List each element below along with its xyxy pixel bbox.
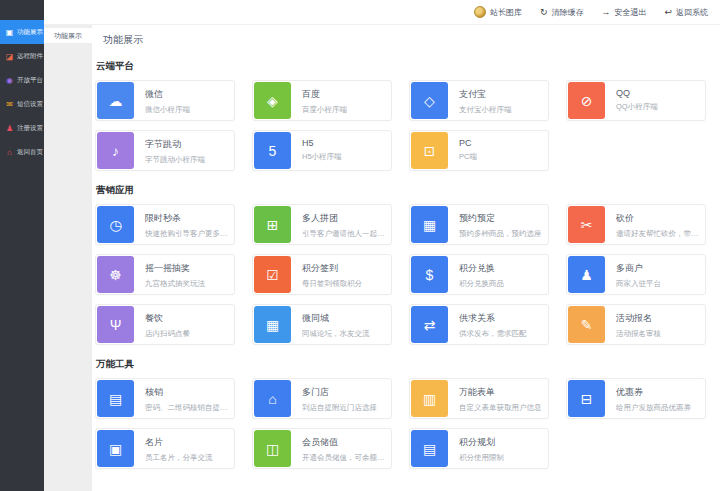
card-subtitle: 引导客户邀请他人一起购买 (302, 229, 391, 239)
feature-card[interactable]: ✂ 砍价 邀请好友帮忙砍价，带动新客 (566, 204, 706, 245)
user-menu[interactable]: 站长图库 (474, 6, 522, 18)
sidebar-item[interactable]: ✉ 短信设置 (0, 92, 44, 116)
feature-card[interactable]: ◇ 支付宝 支付宝小程序端 (409, 80, 549, 121)
feature-section: 营销应用 ◷ 限时秒杀 快速抢购引导客户更多消费 ⊞ 多人拼团 引导客户邀请他人… (95, 184, 706, 345)
card-title: 积分兑换 (459, 262, 504, 275)
feature-card[interactable]: Ψ 餐饮 店内扫码点餐 (95, 304, 235, 345)
card-subtitle: 微信小程序端 (145, 105, 190, 115)
card-subtitle: 给用户发放商品优惠券 (616, 403, 691, 413)
feature-card[interactable]: 5 H5 H5小程序端 (252, 130, 392, 171)
pc-icon: ⊡ (411, 132, 448, 169)
feature-card[interactable]: ☑ 积分签到 每日签到领取积分 (252, 254, 392, 295)
sidebar-item-label: 返回首页 (17, 148, 43, 157)
card-subtitle: 快速抢购引导客户更多消费 (145, 229, 234, 239)
coin-icon: $ (411, 256, 448, 293)
feature-card[interactable]: ⊞ 多人拼团 引导客户邀请他人一起购买 (252, 204, 392, 245)
card-title: 摇一摇抽奖 (145, 262, 205, 275)
card-title: 预约预定 (459, 212, 542, 225)
back-arrow-icon: ↩ (664, 7, 672, 17)
logout-icon: → (601, 7, 610, 17)
card-subtitle: H5小程序端 (302, 152, 342, 162)
feature-card[interactable]: ◷ 限时秒杀 快速抢购引导客户更多消费 (95, 204, 235, 245)
wallet-icon: ◫ (254, 430, 291, 467)
ticket-icon: ⊟ (568, 380, 605, 417)
tab-feature-display[interactable]: 功能展示 (44, 28, 92, 43)
pencil-form-icon: ✎ (568, 306, 605, 343)
main-content: 功能展示 云端平台 ☁ 微信 微信小程序端 ◈ 百度 百度小程序端 ◇ 支付宝 … (92, 25, 720, 491)
verify-cards-icon: ▤ (97, 380, 134, 417)
card-subtitle: 密码、二维码核销自提订单 (145, 403, 234, 413)
topbar-action[interactable]: ↻ 清除缓存 (540, 7, 584, 18)
username: 站长图库 (490, 7, 522, 18)
topbar-action[interactable]: → 安全退出 (601, 7, 646, 18)
card-title: 百度 (302, 88, 347, 101)
card-subtitle: 开通会员储值，可余额支付 (302, 453, 391, 463)
sidebar-item[interactable]: ◉ 开放平台 (0, 68, 44, 92)
card-subtitle: 预约多种商品，预约选座 (459, 229, 542, 239)
sms-icon: ✉ (5, 100, 14, 109)
sections-container: 云端平台 ☁ 微信 微信小程序端 ◈ 百度 百度小程序端 ◇ 支付宝 支付宝小程… (95, 60, 706, 469)
card-title: 积分规划 (459, 436, 504, 449)
feature-card[interactable]: ▦ 预约预定 预约多种商品，预约选座 (409, 204, 549, 245)
card-title: PC (459, 138, 477, 148)
feature-card[interactable]: ▦ 微同城 同城论坛，水友交流 (252, 304, 392, 345)
monitor-icon: ▣ (5, 28, 14, 37)
card-title: 支付宝 (459, 88, 512, 101)
topbar: 站长图库 ↻ 清除缓存 → 安全退出 ↩ 返回系统 (44, 0, 720, 25)
feature-card[interactable]: ⊡ PC PC端 (409, 130, 549, 171)
feature-card[interactable]: ◫ 会员储值 开通会员储值，可余额支付 (252, 428, 392, 469)
right-pane: 站长图库 ↻ 清除缓存 → 安全退出 ↩ 返回系统 功能展示 功能展示 云端平台… (44, 0, 720, 491)
baidu-icon: ◈ (254, 82, 291, 119)
feature-card[interactable]: ⊘ QQ QQ小程序端 (566, 80, 706, 121)
sidebar-item-label: 开放平台 (17, 76, 43, 85)
feature-card[interactable]: ⌂ 多门店 到店自提附近门店选择 (252, 378, 392, 419)
sidebar-item[interactable]: ♟ 注册设置 (0, 116, 44, 140)
sidebar-menu: ▣ 功能展示 ◪ 远程附件 ◉ 开放平台 ✉ 短信设置 ♟ 注册设置 ⌂ 返回首… (0, 20, 44, 164)
feature-card[interactable]: ♟ 多商户 商家入驻平台 (566, 254, 706, 295)
sidebar-item-label: 远程附件 (17, 52, 43, 61)
feature-card[interactable]: ☸ 摇一摇抽奖 九宫格式抽奖玩法 (95, 254, 235, 295)
feature-card[interactable]: ▣ 名片 员工名片，分享交流 (95, 428, 235, 469)
topbar-action[interactable]: ↩ 返回系统 (664, 7, 708, 18)
alarm-clock-icon: ◷ (97, 206, 134, 243)
topbar-action-label: 安全退出 (614, 7, 646, 18)
gift-icon: ⊞ (254, 206, 291, 243)
card-subtitle: PC端 (459, 152, 477, 162)
feature-card[interactable]: ⊟ 优惠券 给用户发放商品优惠券 (566, 378, 706, 419)
refresh-icon: ↻ (540, 7, 548, 17)
feature-card[interactable]: ⇄ 供求关系 供求发布，需求匹配 (409, 304, 549, 345)
sidebar-item[interactable]: ▣ 功能展示 (0, 20, 44, 44)
card-subtitle: 积分兑换商品 (459, 279, 504, 289)
sidebar-item[interactable]: ⌂ 返回首页 (0, 140, 44, 164)
card-title: 多门店 (302, 386, 377, 399)
sidebar-item[interactable]: ◪ 远程附件 (0, 44, 44, 68)
id-card-icon: ▣ (97, 430, 134, 467)
card-title: 字节跳动 (145, 138, 205, 151)
cutlery-icon: Ψ (97, 306, 134, 343)
card-grid: ◷ 限时秒杀 快速抢购引导客户更多消费 ⊞ 多人拼团 引导客户邀请他人一起购买 … (95, 204, 706, 345)
card-subtitle: 九宫格式抽奖玩法 (145, 279, 205, 289)
feature-card[interactable]: ☁ 微信 微信小程序端 (95, 80, 235, 121)
feature-card[interactable]: ✎ 活动报名 活动报名审核 (566, 304, 706, 345)
feature-card[interactable]: ◈ 百度 百度小程序端 (252, 80, 392, 121)
card-subtitle: 到店自提附近门店选择 (302, 403, 377, 413)
avatar[interactable] (474, 6, 486, 18)
feature-card[interactable]: ▥ 万能表单 自定义表单获取用户信息 (409, 378, 549, 419)
topbar-action-label: 清除缓存 (551, 7, 583, 18)
card-subtitle: 商家入驻平台 (616, 279, 661, 289)
feature-card[interactable]: ▤ 核销 密码、二维码核销自提订单 (95, 378, 235, 419)
card-title: 供求关系 (459, 312, 527, 325)
register-user-icon: ♟ (5, 124, 14, 133)
card-title: 限时秒杀 (145, 212, 234, 225)
sidebar: ▣ 功能展示 ◪ 远程附件 ◉ 开放平台 ✉ 短信设置 ♟ 注册设置 ⌂ 返回首… (0, 0, 44, 491)
feature-card[interactable]: $ 积分兑换 积分兑换商品 (409, 254, 549, 295)
card-subtitle: 每日签到领取积分 (302, 279, 362, 289)
card-subtitle: QQ小程序端 (616, 102, 658, 112)
card-title: 优惠券 (616, 386, 691, 399)
card-subtitle: 供求发布，需求匹配 (459, 329, 527, 339)
calendar-icon: ▦ (411, 206, 448, 243)
page-title: 功能展示 (103, 33, 706, 47)
feature-card[interactable]: ♪ 字节跳动 字节跳动小程序端 (95, 130, 235, 171)
feature-card[interactable]: ▤ 积分规划 积分使用限制 (409, 428, 549, 469)
card-title: 积分签到 (302, 262, 362, 275)
